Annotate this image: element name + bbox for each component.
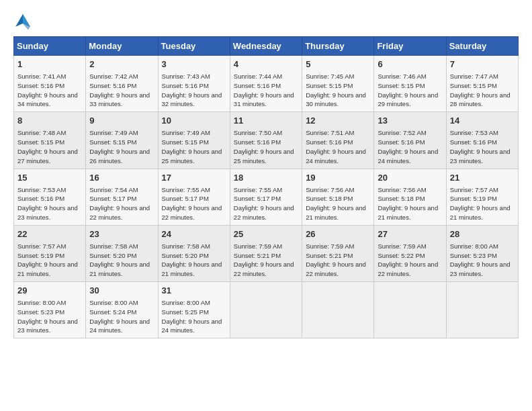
sunrise-label: Sunrise: 8:00 AM (89, 299, 138, 306)
day-info: Sunrise: 7:49 AM Sunset: 5:15 PM Dayligh… (89, 128, 154, 165)
sunrise-label: Sunrise: 7:56 AM (378, 186, 426, 193)
sunrise-label: Sunrise: 7:57 AM (17, 242, 66, 250)
calendar-cell: 26 Sunrise: 7:59 AM Sunset: 5:21 PM Dayl… (302, 225, 374, 281)
sunset-label: Sunset: 5:19 PM (450, 195, 497, 202)
calendar-cell (446, 282, 518, 338)
sunset-label: Sunset: 5:16 PM (450, 138, 497, 146)
calendar-cell: 9 Sunrise: 7:49 AM Sunset: 5:15 PM Dayli… (86, 112, 158, 169)
calendar-cell: 17 Sunrise: 7:55 AM Sunset: 5:17 PM Dayl… (158, 169, 230, 225)
day-header-thursday: Thursday (302, 37, 374, 56)
day-number: 15 (17, 172, 82, 184)
day-info: Sunrise: 7:51 AM Sunset: 5:16 PM Dayligh… (306, 128, 370, 165)
sunset-label: Sunset: 5:18 PM (378, 195, 425, 202)
daylight-label: Daylight: 9 hours and 32 minutes. (162, 91, 222, 108)
day-number: 22 (17, 228, 82, 240)
sunrise-label: Sunrise: 7:41 AM (17, 73, 66, 80)
day-info: Sunrise: 7:59 AM Sunset: 5:22 PM Dayligh… (378, 242, 442, 279)
sunrise-label: Sunrise: 7:43 AM (162, 73, 210, 80)
sunrise-label: Sunrise: 7:42 AM (89, 73, 138, 80)
daylight-label: Daylight: 9 hours and 21 minutes. (450, 204, 511, 221)
calendar-cell: 1 Sunrise: 7:41 AM Sunset: 5:16 PM Dayli… (14, 56, 86, 112)
week-row-3: 15 Sunrise: 7:53 AM Sunset: 5:16 PM Dayl… (14, 169, 519, 225)
day-number: 18 (234, 172, 298, 184)
sunset-label: Sunset: 5:23 PM (17, 308, 64, 316)
calendar-cell: 4 Sunrise: 7:44 AM Sunset: 5:16 PM Dayli… (230, 56, 302, 112)
calendar-cell: 7 Sunrise: 7:47 AM Sunset: 5:15 PM Dayli… (446, 56, 518, 112)
sunrise-label: Sunrise: 8:00 AM (450, 242, 498, 250)
day-info: Sunrise: 8:00 AM Sunset: 5:25 PM Dayligh… (162, 298, 226, 335)
day-header-tuesday: Tuesday (158, 37, 230, 56)
day-info: Sunrise: 7:46 AM Sunset: 5:15 PM Dayligh… (378, 72, 442, 109)
sunset-label: Sunset: 5:20 PM (162, 252, 209, 259)
sunset-label: Sunset: 5:15 PM (162, 138, 209, 146)
day-info: Sunrise: 7:57 AM Sunset: 5:19 PM Dayligh… (450, 185, 515, 222)
day-number: 24 (162, 228, 226, 240)
daylight-label: Daylight: 9 hours and 31 minutes. (234, 91, 294, 108)
day-number: 13 (378, 115, 442, 127)
sunrise-label: Sunrise: 7:46 AM (378, 73, 426, 80)
daylight-label: Daylight: 9 hours and 23 minutes. (17, 318, 78, 334)
sunset-label: Sunset: 5:16 PM (17, 82, 64, 89)
day-number: 16 (89, 172, 154, 184)
sunrise-label: Sunrise: 7:45 AM (306, 73, 354, 80)
daylight-label: Daylight: 9 hours and 22 minutes. (378, 261, 438, 277)
calendar-cell: 30 Sunrise: 8:00 AM Sunset: 5:24 PM Dayl… (86, 282, 158, 338)
sunset-label: Sunset: 5:15 PM (378, 82, 425, 89)
calendar-cell: 6 Sunrise: 7:46 AM Sunset: 5:15 PM Dayli… (374, 56, 446, 112)
calendar-cell: 12 Sunrise: 7:51 AM Sunset: 5:16 PM Dayl… (302, 112, 374, 169)
sunrise-label: Sunrise: 7:55 AM (234, 186, 282, 193)
day-info: Sunrise: 7:41 AM Sunset: 5:16 PM Dayligh… (17, 72, 82, 109)
day-info: Sunrise: 8:00 AM Sunset: 5:24 PM Dayligh… (89, 298, 154, 335)
calendar-cell (302, 282, 374, 338)
sunrise-label: Sunrise: 7:55 AM (162, 186, 210, 193)
daylight-label: Daylight: 9 hours and 30 minutes. (306, 91, 366, 108)
calendar-cell: 22 Sunrise: 7:57 AM Sunset: 5:19 PM Dayl… (14, 225, 86, 281)
day-number: 11 (234, 115, 298, 127)
day-info: Sunrise: 7:49 AM Sunset: 5:15 PM Dayligh… (162, 128, 226, 165)
day-info: Sunrise: 8:00 AM Sunset: 5:23 PM Dayligh… (17, 298, 82, 335)
day-info: Sunrise: 7:56 AM Sunset: 5:18 PM Dayligh… (378, 185, 442, 222)
sunset-label: Sunset: 5:25 PM (162, 308, 209, 316)
day-info: Sunrise: 7:58 AM Sunset: 5:20 PM Dayligh… (162, 242, 226, 279)
day-info: Sunrise: 7:55 AM Sunset: 5:17 PM Dayligh… (162, 185, 226, 222)
daylight-label: Daylight: 9 hours and 26 minutes. (89, 148, 150, 165)
day-number: 8 (17, 115, 82, 127)
day-header-sunday: Sunday (14, 37, 86, 56)
day-number: 2 (89, 58, 154, 71)
sunset-label: Sunset: 5:16 PM (162, 82, 209, 89)
week-row-1: 1 Sunrise: 7:41 AM Sunset: 5:16 PM Dayli… (14, 56, 519, 112)
day-info: Sunrise: 7:47 AM Sunset: 5:15 PM Dayligh… (450, 72, 515, 109)
calendar-cell: 25 Sunrise: 7:59 AM Sunset: 5:21 PM Dayl… (230, 225, 302, 281)
sunset-label: Sunset: 5:24 PM (89, 308, 136, 316)
sunrise-label: Sunrise: 7:53 AM (450, 129, 498, 136)
day-number: 20 (378, 172, 442, 184)
daylight-label: Daylight: 9 hours and 22 minutes. (89, 204, 150, 221)
day-number: 29 (17, 285, 82, 297)
day-info: Sunrise: 8:00 AM Sunset: 5:23 PM Dayligh… (450, 242, 515, 279)
day-number: 26 (306, 228, 370, 240)
sunrise-label: Sunrise: 7:52 AM (378, 129, 426, 136)
sunrise-label: Sunrise: 7:49 AM (162, 129, 210, 136)
sunset-label: Sunset: 5:16 PM (306, 138, 353, 146)
sunrise-label: Sunrise: 8:00 AM (162, 299, 210, 306)
sunrise-label: Sunrise: 7:59 AM (378, 242, 426, 250)
daylight-label: Daylight: 9 hours and 23 minutes. (450, 148, 511, 165)
day-info: Sunrise: 7:55 AM Sunset: 5:17 PM Dayligh… (234, 185, 298, 222)
day-number: 27 (378, 228, 442, 240)
day-info: Sunrise: 7:56 AM Sunset: 5:18 PM Dayligh… (306, 185, 370, 222)
day-number: 6 (378, 58, 442, 71)
daylight-label: Daylight: 9 hours and 25 minutes. (162, 148, 222, 165)
day-number: 7 (450, 58, 515, 71)
calendar-cell (374, 282, 446, 338)
daylight-label: Daylight: 9 hours and 21 minutes. (306, 204, 366, 221)
day-info: Sunrise: 7:59 AM Sunset: 5:21 PM Dayligh… (234, 242, 298, 279)
calendar-cell: 18 Sunrise: 7:55 AM Sunset: 5:17 PM Dayl… (230, 169, 302, 225)
day-number: 17 (162, 172, 226, 184)
day-info: Sunrise: 7:50 AM Sunset: 5:16 PM Dayligh… (234, 128, 298, 165)
header (13, 12, 519, 31)
sunset-label: Sunset: 5:17 PM (162, 195, 209, 202)
calendar-cell: 11 Sunrise: 7:50 AM Sunset: 5:16 PM Dayl… (230, 112, 302, 169)
calendar-cell (230, 282, 302, 338)
sunset-label: Sunset: 5:16 PM (378, 138, 425, 146)
calendar-cell: 2 Sunrise: 7:42 AM Sunset: 5:16 PM Dayli… (86, 56, 158, 112)
